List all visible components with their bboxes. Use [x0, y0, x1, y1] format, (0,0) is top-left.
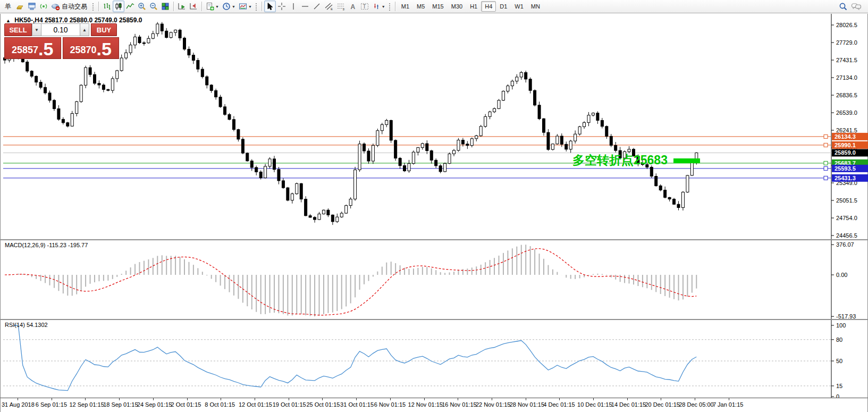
- panel-collapse-icon[interactable]: ▲: [6, 18, 11, 23]
- timeframe-m30[interactable]: M30: [448, 1, 466, 12]
- candle: [183, 37, 186, 51]
- horizontal-line-button[interactable]: [299, 1, 311, 12]
- candle: [349, 197, 352, 208]
- chart-bars-button[interactable]: [101, 1, 113, 12]
- level-drag-handle[interactable]: [824, 134, 828, 138]
- timeframe-m15[interactable]: M15: [428, 1, 447, 12]
- macd-tick-label: 0.00: [836, 272, 847, 278]
- chart-candles-button[interactable]: [113, 1, 124, 12]
- periods-button[interactable]: ▼: [221, 1, 237, 12]
- candle: [403, 163, 406, 172]
- tile-windows-button[interactable]: [159, 1, 171, 12]
- timeframe-m1[interactable]: M1: [398, 1, 413, 12]
- candle: [282, 178, 284, 189]
- candle: [57, 105, 60, 121]
- cursor-icon: [266, 2, 274, 11]
- new-chart-button[interactable]: ▼: [204, 1, 221, 12]
- buy-price-box[interactable]: 25870 .5: [63, 37, 120, 59]
- candle: [219, 95, 222, 108]
- fibonacci-icon: F: [336, 2, 345, 11]
- time-axis-label: 6 Nov 01:15: [374, 401, 406, 408]
- volume-input[interactable]: [41, 23, 80, 36]
- buy-price-main: 25870: [70, 43, 97, 57]
- candle: [587, 112, 590, 126]
- horizontal-line-icon: [301, 2, 309, 11]
- time-axis[interactable]: 31 Aug 20186 Sep 01:1512 Sep 01:1518 Sep…: [0, 398, 868, 412]
- search-button[interactable]: [837, 1, 849, 12]
- candle: [412, 150, 415, 165]
- candle: [305, 196, 307, 216]
- chart-bars-icon: [103, 2, 111, 11]
- timeframe-h4[interactable]: H4: [481, 1, 496, 12]
- cursor-button[interactable]: [264, 1, 276, 12]
- volume-decrease-button[interactable]: ▼: [32, 23, 41, 36]
- volume-increase-button[interactable]: ▲: [80, 23, 89, 36]
- level-drag-handle[interactable]: [824, 176, 828, 180]
- timeframe-m5[interactable]: M5: [413, 1, 428, 12]
- candle: [35, 75, 38, 86]
- candle: [98, 80, 100, 88]
- level-drag-handle[interactable]: [824, 161, 828, 165]
- time-axis-tick: [255, 398, 255, 400]
- price-level-badge-text: 25431.3: [835, 175, 856, 181]
- gold-button[interactable]: [14, 1, 26, 12]
- time-axis-label: 12 Oct 01:15: [239, 401, 272, 408]
- zoom-out-button[interactable]: [148, 1, 159, 12]
- text-label-button[interactable]: T: [359, 1, 370, 12]
- chart-shift-button[interactable]: [188, 1, 199, 12]
- sell-price-box[interactable]: 25857 .5: [4, 37, 61, 59]
- time-axis-label: 4 Dec 01:15: [543, 401, 575, 408]
- level-drag-handle[interactable]: [824, 143, 828, 147]
- timeframe-mn[interactable]: MN: [527, 1, 544, 12]
- auto-scroll-button[interactable]: [176, 1, 188, 12]
- level-drag-handle[interactable]: [824, 166, 828, 170]
- toolbar-drag-handle[interactable]: [255, 3, 258, 11]
- pivot-annotation-text[interactable]: 多空转折点25683: [572, 152, 668, 169]
- templates-caret-icon[interactable]: ▼: [248, 5, 252, 9]
- macd-label: MACD(12,26,9) -115.23 -195.77: [5, 242, 88, 248]
- arrows-caret-icon[interactable]: ▼: [382, 5, 385, 9]
- crosshair-button[interactable]: [276, 1, 288, 12]
- timeframe-d1[interactable]: D1: [496, 1, 511, 12]
- channel-button[interactable]: E: [323, 1, 335, 12]
- time-axis-tick: [661, 398, 661, 400]
- vertical-line-button[interactable]: [288, 1, 299, 12]
- terminal-button[interactable]: [26, 1, 38, 12]
- zoom-in-button[interactable]: [136, 1, 148, 12]
- candle: [48, 90, 51, 103]
- candle: [417, 147, 419, 156]
- time-axis-label: 31 Oct 01:15: [340, 401, 374, 408]
- chart-line-button[interactable]: [124, 1, 136, 12]
- new-chart-icon: [206, 2, 214, 11]
- toolbar-drag-handle[interactable]: [389, 3, 391, 11]
- autotrading-button[interactable]: 自动交易: [49, 1, 90, 12]
- new-order-button[interactable]: 单: [2, 1, 14, 12]
- candle: [493, 107, 496, 113]
- candle: [466, 141, 469, 149]
- time-axis-label: 22 Nov 01:15: [476, 401, 510, 408]
- periods-caret-icon[interactable]: ▼: [232, 5, 235, 9]
- new-chart-caret-icon[interactable]: ▼: [215, 5, 219, 9]
- arrows-button[interactable]: ▼: [370, 1, 387, 12]
- templates-button[interactable]: ▼: [237, 1, 254, 12]
- text-button[interactable]: A: [347, 1, 359, 12]
- time-axis-label: 16 Nov 01:15: [442, 401, 476, 408]
- timeframe-w1[interactable]: W1: [511, 1, 527, 12]
- chat-button[interactable]: [849, 1, 863, 12]
- rsi-label: RSI(14) 54.1302: [5, 322, 48, 328]
- candle: [457, 138, 460, 152]
- fibonacci-button[interactable]: F: [335, 1, 347, 12]
- timeframe-h1[interactable]: H1: [466, 1, 481, 12]
- candle: [367, 148, 370, 164]
- buy-button[interactable]: BUY: [91, 23, 117, 36]
- price-levels: 26134.325990.125859.025683.725593.525431…: [3, 133, 868, 182]
- signal-button[interactable]: [38, 1, 49, 12]
- candle: [165, 28, 168, 38]
- time-axis-tick: [322, 398, 323, 400]
- trendline-button[interactable]: [311, 1, 323, 12]
- candle: [394, 139, 397, 161]
- toolbar-drag-handle[interactable]: [92, 3, 95, 11]
- pivot-annotation-bar[interactable]: [673, 158, 700, 163]
- sell-button[interactable]: SELL: [4, 23, 32, 36]
- candle: [228, 113, 231, 121]
